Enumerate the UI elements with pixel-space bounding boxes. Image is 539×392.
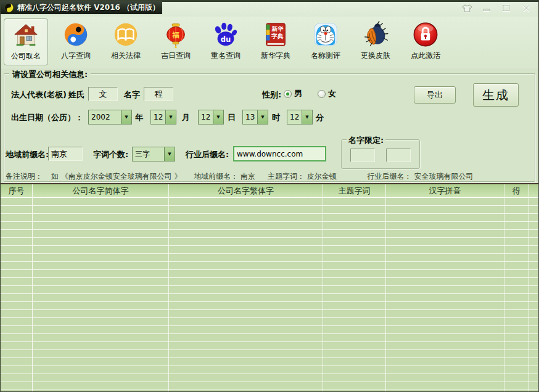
chevron-down-icon[interactable]: ▼ [257,110,268,124]
groupbox-title: 请设置公司相关信息: [9,69,91,80]
toolbar-item-change-skin[interactable]: 更换皮肤 [353,18,398,65]
table-cell [33,278,169,286]
birth-month-select[interactable]: 12 ▼ [150,110,176,125]
industry-suffix-value: www.downcc.com [237,150,303,158]
minute-unit-label: 分 [316,112,324,123]
table-cell [504,358,529,366]
given-name-label: 名字 [124,89,140,100]
table-cell [323,334,386,342]
word-count-select[interactable]: 三字 ▼ [132,147,175,161]
gender-label: 性别: [262,89,281,100]
table-cell [323,286,386,294]
table-cell [323,222,386,230]
toolbar-item-auspicious-day[interactable]: 福 吉日查询 [154,18,198,65]
column-header[interactable]: 序号 [1,184,33,197]
table-cell [386,310,504,318]
table-cell [1,198,33,206]
table-row [1,350,538,358]
lantern-icon: 福 [162,20,190,49]
birth-hour-select[interactable]: 13 ▼ [242,110,268,125]
table-cell [323,318,386,326]
minimize-button[interactable] [479,3,494,13]
table-cell [1,270,33,278]
table-row [1,230,538,238]
name-limit-input-2[interactable] [386,149,411,162]
table-cell [504,366,529,374]
birth-minute-select[interactable]: 12 ▼ [287,110,313,125]
column-header[interactable]: 主题字词 [323,184,386,197]
radio-selected-icon [284,90,292,98]
name-limit-input-1[interactable] [350,149,375,162]
chevron-down-icon[interactable]: ▼ [121,110,131,124]
table-cell [33,286,169,294]
titlebar: 精准八字公司起名软件 V2016 （试用版） [1,1,538,17]
close-button[interactable] [519,3,533,13]
column-header[interactable]: 得 [504,184,529,197]
table-cell [33,366,169,374]
birth-day-select[interactable]: 12 ▼ [198,110,224,125]
table-cell [529,198,538,206]
table-row [1,326,538,334]
chevron-down-icon[interactable]: ▼ [164,147,175,161]
chevron-down-icon[interactable]: ▼ [213,110,223,124]
table-cell [169,246,323,254]
table-cell [1,254,33,262]
gender-female-radio[interactable]: 女 [318,88,336,99]
day-unit-label: 日 [228,112,236,123]
table-cell [386,326,504,334]
table-cell [386,214,504,222]
table-cell [1,326,33,334]
chevron-down-icon[interactable]: ▼ [165,110,176,124]
table-cell [529,262,538,270]
table-cell [33,206,169,214]
maximize-button[interactable] [499,3,514,13]
column-header[interactable] [529,184,538,197]
table-cell [169,254,323,262]
toolbar-label: 吉日查询 [161,51,191,61]
birth-year-select[interactable]: 2002 ▼ [88,110,132,125]
column-header[interactable]: 汉字拼音 [386,184,504,197]
column-header[interactable]: 公司名字简体字 [33,184,169,197]
toolbar-item-company-naming[interactable]: 公司取名 [4,18,48,65]
generate-button[interactable]: 生成 [473,83,519,107]
region-prefix-input[interactable]: 南京 [48,147,83,161]
industry-suffix-input[interactable]: www.downcc.com [233,146,326,161]
chevron-down-icon[interactable]: ▼ [302,110,312,124]
toolbar-item-bazi-query[interactable]: 八字查询 [54,18,98,65]
skin-button[interactable] [459,3,474,13]
toolbar-item-name-evaluation[interactable]: 名称测评 [303,18,348,65]
table-cell [33,358,169,366]
toolbar-label: 名称测评 [311,51,340,61]
minimize-icon [482,4,491,12]
toolbar-item-related-law[interactable]: 相关法律 [104,18,148,65]
table-cell [529,374,538,382]
table-cell [1,262,33,270]
doraemon-icon [311,20,340,49]
name-limit-groupbox: 名字限定: [341,139,420,169]
toolbar-item-duplicate-name-query[interactable]: du 重名查询 [204,18,248,65]
table-cell [504,326,529,334]
table-cell [33,302,169,310]
table-cell [33,214,169,222]
surname-input[interactable]: 文 [88,87,118,101]
column-header[interactable]: 公司名字繁体字 [169,184,323,197]
note-region: 地域前缀名： 南京 [194,172,255,181]
table-cell [1,342,33,350]
table-cell [529,246,538,254]
gender-male-radio[interactable]: 男 [284,88,302,99]
table-cell [1,350,33,358]
table-cell [386,238,504,246]
toolbar-item-activate[interactable]: 点此激活 [403,18,448,65]
table-cell [169,302,323,310]
toolbar-item-xinhua-dictionary[interactable]: 新华 字典 新华字典 [253,18,298,65]
table-cell [386,206,504,214]
table-cell [33,334,169,342]
export-button[interactable]: 导出 [414,86,456,104]
table-cell [529,238,538,246]
table-cell [323,374,386,382]
given-name-input[interactable]: 程 [144,87,173,101]
word-count-label: 字词个数: [93,149,128,160]
table-cell [1,302,33,310]
table-cell [323,350,386,358]
table-cell [386,318,504,326]
